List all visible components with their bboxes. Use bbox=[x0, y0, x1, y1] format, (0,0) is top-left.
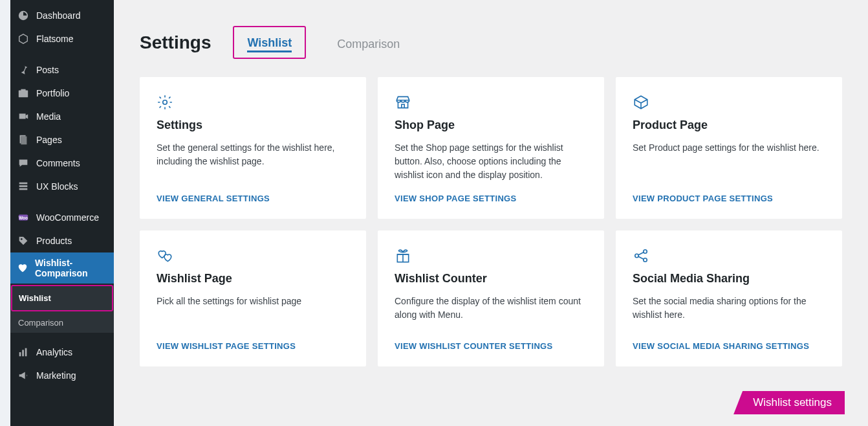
sidebar-item-label: Portfolio bbox=[36, 88, 69, 98]
tabs: Wishlist Comparison bbox=[233, 26, 413, 59]
card-link-general-settings[interactable]: VIEW GENERAL SETTINGS bbox=[157, 194, 349, 203]
svg-point-19 bbox=[644, 258, 647, 262]
card-title: Wishlist Page bbox=[157, 272, 349, 286]
sidebar-item-pages[interactable]: Pages bbox=[10, 128, 114, 151]
svg-point-18 bbox=[644, 250, 647, 253]
sidebar-item-label: UX Blocks bbox=[36, 181, 78, 192]
card-desc: Set the Shop page settings for the wishl… bbox=[395, 141, 587, 182]
sidebar-item-label: Posts bbox=[36, 65, 59, 75]
comments-icon bbox=[17, 157, 30, 170]
sidebar-item-label: Dashboard bbox=[36, 10, 81, 21]
sidebar-item-woocommerce[interactable]: Woo WooCommerce bbox=[10, 206, 114, 229]
page-title: Settings bbox=[140, 32, 211, 53]
svg-point-15 bbox=[163, 100, 168, 105]
card-title: Social Media Sharing bbox=[633, 272, 825, 286]
sidebar-item-label: Pages bbox=[36, 135, 62, 145]
heart-icon bbox=[17, 262, 28, 275]
sidebar-item-label: Products bbox=[36, 236, 72, 246]
sidebar-item-products[interactable]: Products bbox=[10, 229, 114, 252]
card-title: Shop Page bbox=[395, 118, 587, 132]
svg-rect-5 bbox=[21, 137, 27, 145]
sidebar-item-label: WooCommerce bbox=[36, 212, 99, 223]
submenu-item-wishlist[interactable]: Wishlist bbox=[11, 285, 113, 311]
svg-rect-6 bbox=[19, 183, 28, 185]
gear-icon bbox=[157, 94, 349, 111]
card-desc: Configure the display of the wishlist it… bbox=[395, 295, 587, 330]
card-social-sharing: Social Media Sharing Set the social medi… bbox=[616, 230, 842, 366]
svg-rect-2 bbox=[19, 114, 26, 119]
flatsome-icon bbox=[17, 32, 30, 45]
tab-comparison[interactable]: Comparison bbox=[324, 28, 413, 59]
sidebar: Dashboard Flatsome Posts Portfolio Media… bbox=[10, 0, 114, 426]
sidebar-item-dashboard[interactable]: Dashboard bbox=[10, 4, 114, 27]
sidebar-item-marketing[interactable]: Marketing bbox=[10, 364, 114, 387]
sidebar-item-label: Analytics bbox=[36, 347, 72, 357]
sidebar-item-flatsome[interactable]: Flatsome bbox=[10, 27, 114, 50]
sidebar-item-ux-blocks[interactable]: UX Blocks bbox=[10, 175, 114, 198]
svg-rect-12 bbox=[19, 352, 21, 356]
tag-icon bbox=[17, 234, 30, 247]
svg-rect-1 bbox=[21, 89, 25, 91]
card-wishlist-counter: Wishlist Counter Configure the display o… bbox=[378, 230, 604, 366]
submenu-item-comparison[interactable]: Comparison bbox=[10, 313, 114, 333]
sidebar-item-label: Flatsome bbox=[36, 34, 74, 44]
svg-point-11 bbox=[21, 238, 23, 240]
sidebar-item-wishlist-comparison[interactable]: Wishlist-Comparison bbox=[10, 252, 114, 284]
card-link-wishlist-counter[interactable]: VIEW WISHLIST COUNTER SETTINGS bbox=[395, 341, 587, 351]
card-title: Settings bbox=[157, 118, 349, 132]
pin-icon bbox=[17, 63, 30, 76]
sidebar-item-posts[interactable]: Posts bbox=[10, 58, 114, 82]
portfolio-icon bbox=[17, 87, 30, 100]
card-link-wishlist-page[interactable]: VIEW WISHLIST PAGE SETTINGS bbox=[157, 341, 349, 351]
svg-rect-8 bbox=[19, 188, 28, 190]
box-icon bbox=[633, 94, 825, 111]
sidebar-item-label: Wishlist-Comparison bbox=[35, 258, 107, 278]
shop-icon bbox=[395, 94, 587, 111]
sidebar-item-label: Media bbox=[36, 111, 61, 122]
sidebar-item-label: Marketing bbox=[36, 370, 76, 381]
svg-rect-13 bbox=[22, 350, 24, 356]
card-wishlist-page: Wishlist Page Pick all the settings for … bbox=[140, 230, 366, 366]
sidebar-item-analytics[interactable]: Analytics bbox=[10, 341, 114, 364]
svg-rect-0 bbox=[19, 91, 28, 98]
card-desc: Set the general settings for the wishlis… bbox=[157, 141, 349, 182]
sidebar-submenu: Wishlist Comparison bbox=[10, 285, 114, 333]
svg-text:Woo: Woo bbox=[19, 216, 28, 220]
card-settings: Settings Set the general settings for th… bbox=[140, 77, 366, 219]
share-icon bbox=[633, 247, 825, 264]
wishlist-settings-badge: Wishlist settings bbox=[733, 391, 845, 414]
card-link-product-page[interactable]: VIEW PRODUCT PAGE SETTINGS bbox=[633, 194, 825, 203]
main-content: Settings Wishlist Comparison Settings Se… bbox=[114, 0, 868, 426]
sidebar-item-comments[interactable]: Comments bbox=[10, 151, 114, 175]
card-shop-page: Shop Page Set the Shop page settings for… bbox=[378, 77, 604, 219]
megaphone-icon bbox=[17, 369, 30, 382]
pages-icon bbox=[17, 133, 30, 146]
svg-rect-14 bbox=[25, 348, 27, 357]
card-link-shop-page[interactable]: VIEW SHOP PAGE SETTINGS bbox=[395, 194, 587, 203]
card-desc: Set the social media sharing options for… bbox=[633, 295, 825, 330]
hearts-icon bbox=[157, 247, 349, 264]
sidebar-item-label: Comments bbox=[36, 158, 80, 168]
tab-wishlist[interactable]: Wishlist bbox=[233, 26, 306, 59]
sidebar-item-portfolio[interactable]: Portfolio bbox=[10, 82, 114, 105]
analytics-icon bbox=[17, 346, 30, 359]
dashboard-icon bbox=[17, 9, 30, 22]
blocks-icon bbox=[17, 180, 30, 193]
card-desc: Pick all the settings for wishlist page bbox=[157, 295, 349, 330]
cards-grid: Settings Set the general settings for th… bbox=[140, 77, 842, 366]
sidebar-item-media[interactable]: Media bbox=[10, 105, 114, 128]
svg-point-17 bbox=[635, 254, 638, 257]
gift-icon bbox=[395, 247, 587, 264]
woocommerce-icon: Woo bbox=[17, 211, 30, 224]
card-product-page: Product Page Set Product page settings f… bbox=[616, 77, 842, 219]
svg-rect-7 bbox=[19, 185, 28, 187]
media-icon bbox=[17, 110, 30, 123]
card-title: Wishlist Counter bbox=[395, 272, 587, 286]
card-link-social-sharing[interactable]: VIEW SOCIAL MEDIA SHARING SETTINGS bbox=[633, 341, 825, 351]
card-title: Product Page bbox=[633, 118, 825, 132]
card-desc: Set Product page settings for the wishli… bbox=[633, 141, 825, 182]
